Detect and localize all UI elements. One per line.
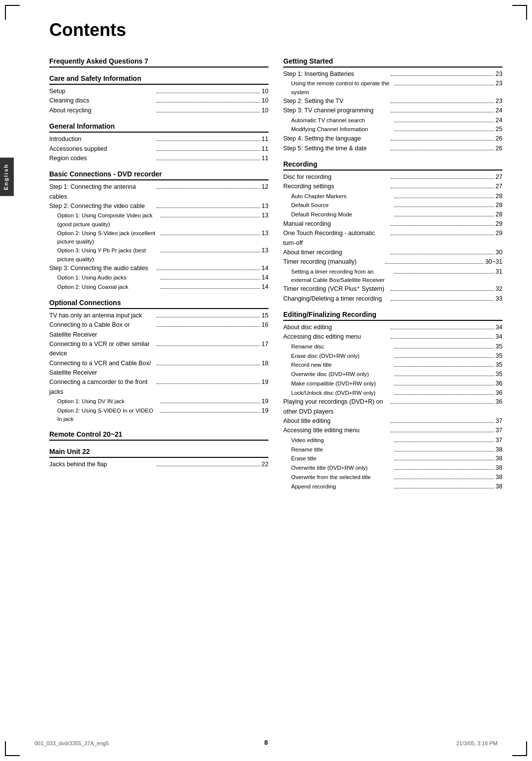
toc-entry: Option 1: Using Composite Video jack (go… xyxy=(49,211,268,229)
entry-text: Accessing title editing menu xyxy=(283,426,389,435)
page-container: English Contents Frequently Asked Questi… xyxy=(0,0,532,761)
entry-page: 29 xyxy=(496,229,502,238)
entry-page: 27 xyxy=(496,182,502,191)
entry-page: 19 xyxy=(262,378,268,387)
dots xyxy=(391,235,495,235)
entry-page: 35 xyxy=(496,342,502,351)
entry-text: Introduction xyxy=(49,135,155,144)
entry-page: 11 xyxy=(262,154,268,163)
entry-text: Playing your recordings (DVD+R) on other… xyxy=(283,397,389,416)
entry-page: 36 xyxy=(496,397,502,407)
entry-page: 19 xyxy=(262,406,268,415)
entry-text: Connecting a camcorder to the front jack… xyxy=(49,378,155,397)
dots xyxy=(391,432,495,432)
section-title: Getting Started xyxy=(283,57,502,68)
toc-entry: About timer recording30 xyxy=(283,248,502,257)
dots xyxy=(395,85,495,85)
entry-page: 38 xyxy=(496,454,502,463)
toc-entry: Step 3: Connecting the audio cables14 xyxy=(49,264,268,273)
entry-text: Step 1: Connecting the antenna cables xyxy=(49,182,155,202)
toc-entry: Step 4: Setting the language26 xyxy=(283,134,502,143)
entry-text: Changing/Deleting a timer recording xyxy=(283,294,389,304)
dots xyxy=(157,317,261,317)
toc-entry: Step 5: Setting the time & date26 xyxy=(283,144,502,153)
entry-text: Option 2: Using Coaxial jack xyxy=(57,283,159,291)
toc-entry: Option 2: Using S-VIDEO In or VIDEO In j… xyxy=(49,406,268,424)
dots xyxy=(391,178,495,179)
entry-text: Timer recording (VCR Plus⁺ System) xyxy=(283,284,389,294)
entry-page: 37 xyxy=(496,436,502,445)
entry-page: 23 xyxy=(496,97,502,106)
dots xyxy=(391,103,495,103)
entry-page: 13 xyxy=(262,229,268,238)
footer-right: 21/3/05, 3:16 PM xyxy=(456,740,498,746)
entry-text: About title editing xyxy=(283,416,389,426)
section-title: Care and Safety Information xyxy=(49,74,268,85)
entry-text: Record new title xyxy=(291,361,393,369)
entry-page: 35 xyxy=(496,360,502,370)
entry-text: Cleaning discs xyxy=(49,96,155,105)
entry-text: Overwrite title (DVD+RW only) xyxy=(291,464,393,472)
entry-text: Video editing xyxy=(291,436,393,445)
toc-entry: Accessing title editing menu37 xyxy=(283,426,502,435)
dots xyxy=(385,263,484,264)
toc-entry: One Touch Recording - automatic turn-off… xyxy=(283,229,502,248)
entry-page: 25 xyxy=(496,125,502,134)
entry-page: 14 xyxy=(262,264,268,273)
dots xyxy=(395,394,495,395)
toc-entry: Accessing disc editing menu34 xyxy=(283,332,502,342)
entry-text: Connecting to a Cable Box or Satellite R… xyxy=(49,320,155,340)
section-title-page: 22 xyxy=(82,448,90,455)
dots xyxy=(157,93,261,93)
dots xyxy=(157,150,261,151)
entry-page: 35 xyxy=(496,351,502,361)
toc-entry: Modifying Channel Information25 xyxy=(283,125,502,134)
entry-page: 34 xyxy=(496,323,502,332)
dots xyxy=(391,300,495,301)
toc-entry: Timer recording (manually)30~31 xyxy=(283,257,502,267)
entry-text: Setup xyxy=(49,87,155,96)
entry-text: Erase title xyxy=(291,454,393,463)
entry-text: Make compatible (DVD+RW only) xyxy=(291,380,393,388)
toc-entry: Automatic TV channel search24 xyxy=(283,116,502,125)
dots xyxy=(157,160,261,160)
toc-entry: About recycling10 xyxy=(49,106,268,115)
dots xyxy=(395,207,495,207)
entry-text: Using the remote control to operate the … xyxy=(291,79,393,97)
toc-entry: Overwrite from the selected title38 xyxy=(283,473,502,482)
section-title: Frequently Asked Questions 7 xyxy=(49,57,268,68)
entry-page: 13 xyxy=(262,246,268,255)
toc-entry: Option 3: Using Y Pb Pr jacks (best pict… xyxy=(49,246,268,264)
toc-entry: Rename disc35 xyxy=(283,342,502,351)
entry-text: Disc for recording xyxy=(283,173,389,182)
entry-page: 17 xyxy=(262,340,268,349)
page-title: Contents xyxy=(49,20,502,40)
dots xyxy=(391,254,495,254)
section-title: Recording xyxy=(283,160,502,171)
entry-page: 28 xyxy=(496,210,502,219)
dots xyxy=(161,412,261,413)
entry-text: Default Recording Mode xyxy=(291,210,393,219)
section-title: Remote Control 20~21 xyxy=(49,430,268,441)
dots xyxy=(157,365,261,365)
dots xyxy=(395,366,495,367)
dots xyxy=(161,279,261,279)
entry-page: 35 xyxy=(496,370,502,379)
dots xyxy=(391,140,495,140)
section-title: General Information xyxy=(49,122,268,133)
toc-entry: Setup10 xyxy=(49,87,268,96)
toc-entry: Using the remote control to operate the … xyxy=(283,79,502,97)
entry-text: Step 4: Setting the language xyxy=(283,134,389,143)
toc-entry: Connecting to a VCR and Cable Box/ Satel… xyxy=(49,359,268,378)
toc-entry: Option 1: Using Audio jacks14 xyxy=(49,273,268,282)
entry-page: 14 xyxy=(262,282,268,292)
entry-page: 13 xyxy=(262,211,268,220)
toc-entry: Option 2: Using Coaxial jack14 xyxy=(49,282,268,292)
entry-page: 16 xyxy=(262,320,268,330)
toc-entry: About title editing37 xyxy=(283,416,502,426)
entry-page: 19 xyxy=(262,397,268,406)
entry-text: Step 5: Setting the time & date xyxy=(283,144,389,153)
dots xyxy=(157,208,261,208)
dots xyxy=(395,442,495,442)
dots xyxy=(161,235,261,235)
